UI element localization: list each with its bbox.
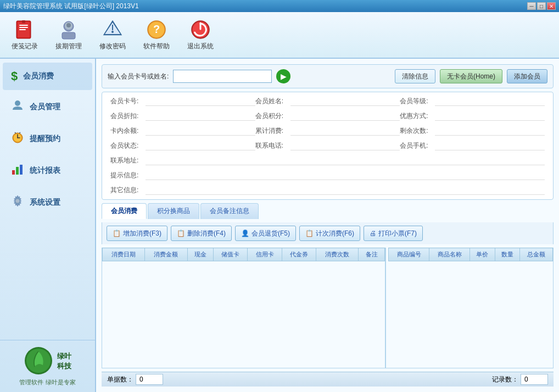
password-icon <box>102 19 124 41</box>
sidebar-label-consumption: 会员消费 <box>23 71 54 81</box>
points-label: 会员积分: <box>255 111 288 121</box>
print-receipt-button[interactable]: 🖨 打印小票(F7) <box>364 226 423 241</box>
field-address: 联系地址: <box>110 156 545 165</box>
sidebar-item-reminder[interactable]: 提醒预约 <box>3 124 92 154</box>
svg-point-20 <box>15 100 20 106</box>
member-name-label: 会员姓名: <box>255 97 288 106</box>
discount-type-label: 优惠方式: <box>400 111 433 121</box>
toolbar-password[interactable]: 修改密码 <box>93 16 132 54</box>
col-remark: 备注 <box>359 248 385 261</box>
window-controls: ─ □ ✕ <box>527 2 556 10</box>
gear-icon <box>11 194 24 211</box>
svg-rect-3 <box>19 27 28 28</box>
notes-icon <box>14 19 36 41</box>
toolbar-notes[interactable]: 便笺记录 <box>5 16 44 54</box>
logo-company: 绿叶科技 <box>57 351 71 371</box>
delete-consumption-button[interactable]: 📋 删除消费(F4) <box>171 226 232 241</box>
status-label: 会员状态: <box>110 141 143 150</box>
total-consumption-value <box>290 127 400 136</box>
field-phone: 联系电话: <box>255 141 400 150</box>
svg-rect-29 <box>20 165 23 175</box>
col-voucher: 代金券 <box>282 248 316 261</box>
status-bar: 单据数： 记录数： <box>102 372 554 387</box>
print-icon: 🖨 <box>370 229 376 237</box>
svg-rect-5 <box>22 20 25 23</box>
phone-label: 联系电话: <box>255 141 288 150</box>
window-title: 绿叶美容院管理系统 试用版[绿叶公司] 2013V1 <box>3 2 139 11</box>
sidebar-item-statistics[interactable]: 统计报表 <box>3 156 92 186</box>
total-consumption-label: 累计消费: <box>255 126 288 136</box>
col-credit: 信用卡 <box>248 248 282 261</box>
close-button[interactable]: ✕ <box>547 2 556 10</box>
main-layout: $ 会员消费 会员管理 <box>0 59 559 392</box>
search-play-button[interactable]: ▶ <box>276 69 290 83</box>
col-product-name: 商品名称 <box>429 248 470 261</box>
remaining-count-value <box>435 127 545 136</box>
tab-consumption[interactable]: 会员消费 <box>102 203 147 219</box>
toolbar-refund[interactable]: 拔期管理 <box>49 16 88 54</box>
field-discount: 会员折扣: <box>110 111 255 121</box>
sidebar-bottom: 绿叶科技 管理软件 绿叶是专家 <box>0 340 95 392</box>
record-count-label: 单据数： <box>107 375 133 384</box>
refund-label: 拔期管理 <box>55 42 82 51</box>
other-value <box>146 186 545 195</box>
svg-rect-28 <box>16 167 19 175</box>
field-card-number: 会员卡号: <box>110 97 255 106</box>
title-bar: 绿叶美容院管理系统 试用版[绿叶公司] 2013V1 ─ □ ✕ <box>0 0 559 12</box>
tab-bar: 会员消费 积分换商品 会员备注信息 <box>102 203 554 219</box>
svg-rect-27 <box>12 170 15 175</box>
maximize-button[interactable]: □ <box>537 2 546 10</box>
search-input[interactable] <box>173 70 272 83</box>
card-number-value <box>146 97 255 106</box>
right-record-value[interactable] <box>521 374 548 385</box>
col-quantity: 数量 <box>495 248 520 261</box>
svg-line-25 <box>15 132 16 133</box>
svg-rect-9 <box>62 32 75 39</box>
search-row: 输入会员卡号或姓名: ▶ 清除信息 无卡会员(Home) 添加会员 <box>102 64 554 88</box>
points-value <box>290 112 400 121</box>
field-total-consumption: 累计消费: <box>255 126 400 136</box>
address-value <box>146 156 545 165</box>
add-consumption-button[interactable]: 📋 增加消费(F3) <box>107 226 167 241</box>
sidebar-label-statistics: 统计报表 <box>30 166 60 176</box>
search-label: 输入会员卡号或姓名: <box>108 72 169 81</box>
col-total: 总金额 <box>520 248 553 261</box>
field-remaining-count: 剩余次数: <box>400 126 545 136</box>
toolbar-exit[interactable]: 退出系统 <box>181 16 220 54</box>
svg-point-8 <box>66 23 71 27</box>
minimize-button[interactable]: ─ <box>527 2 536 10</box>
balance-label: 卡内余额: <box>110 126 143 136</box>
sidebar-item-member-consumption[interactable]: $ 会员消费 <box>3 63 92 90</box>
clear-info-button[interactable]: 清除信息 <box>395 69 435 83</box>
phone-value <box>290 142 400 150</box>
exit-icon <box>189 19 211 41</box>
add-member-button[interactable]: 添加会员 <box>507 69 547 83</box>
field-status: 会员状态: <box>110 141 255 150</box>
chart-icon <box>11 163 24 179</box>
toolbar-help[interactable]: ? 软件帮助 <box>137 16 176 54</box>
field-member-name: 会员姓名: <box>255 97 400 106</box>
member-refund-button[interactable]: 👤 会员退货(F5) <box>235 226 296 241</box>
sidebar-item-member-management[interactable]: 会员管理 <box>3 92 92 122</box>
card-number-label: 会员卡号: <box>110 97 143 106</box>
delete-icon: 📋 <box>177 229 185 237</box>
tab-points[interactable]: 积分换商品 <box>148 203 199 219</box>
no-card-button[interactable]: 无卡会员(Home) <box>440 69 502 83</box>
sidebar-item-settings[interactable]: 系统设置 <box>3 188 92 217</box>
member-name-value <box>290 97 400 106</box>
tab-notes[interactable]: 会员备注信息 <box>200 203 259 219</box>
field-mobile: 会员手机: <box>400 141 545 150</box>
member-level-value <box>435 97 545 106</box>
field-tips: 提示信息: <box>110 171 545 180</box>
tips-label: 提示信息: <box>110 171 143 180</box>
sidebar-label-management: 会员管理 <box>30 102 60 112</box>
remaining-count-label: 剩余次数: <box>400 126 433 136</box>
exit-label: 退出系统 <box>187 42 214 51</box>
record-count-value[interactable] <box>136 374 163 385</box>
col-cash: 现金 <box>187 248 213 261</box>
svg-point-13 <box>111 31 114 33</box>
consumption-table: 消费日期 消费金额 现金 储值卡 信用卡 代金券 消费次数 备注 <box>102 248 386 368</box>
logo-slogan: 管理软件 绿叶是专家 <box>19 378 75 387</box>
count-consumption-button[interactable]: 📋 计次消费(F6) <box>299 226 360 241</box>
content-area: 输入会员卡号或姓名: ▶ 清除信息 无卡会员(Home) 添加会员 会员卡号: … <box>96 59 559 392</box>
